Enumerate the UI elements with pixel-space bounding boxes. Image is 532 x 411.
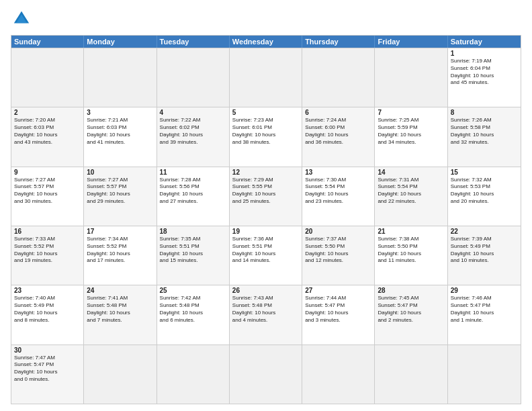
calendar-cell: 25Sunrise: 7:42 AM Sunset: 5:48 PM Dayli… xyxy=(157,285,230,344)
day-number: 7 xyxy=(378,109,444,116)
sun-info: Sunrise: 7:37 AM Sunset: 5:50 PM Dayligh… xyxy=(305,236,371,265)
sun-info: Sunrise: 7:25 AM Sunset: 5:59 PM Dayligh… xyxy=(378,117,444,146)
day-number: 22 xyxy=(451,228,518,235)
logo-icon xyxy=(11,8,32,30)
calendar-cell xyxy=(448,345,521,404)
sun-info: Sunrise: 7:45 AM Sunset: 5:47 PM Dayligh… xyxy=(378,295,444,324)
calendar-cell xyxy=(375,48,447,107)
day-number: 23 xyxy=(14,287,81,294)
calendar-cell: 12Sunrise: 7:29 AM Sunset: 5:55 PM Dayli… xyxy=(230,167,302,226)
day-number: 4 xyxy=(160,109,226,116)
day-number: 16 xyxy=(14,228,81,235)
weekday-header-sunday: Sunday xyxy=(11,36,84,48)
calendar-cell: 8Sunrise: 7:26 AM Sunset: 5:58 PM Daylig… xyxy=(448,107,521,166)
calendar-cell: 27Sunrise: 7:44 AM Sunset: 5:47 PM Dayli… xyxy=(302,285,375,344)
calendar-cell xyxy=(230,345,302,404)
day-number: 6 xyxy=(305,109,371,116)
calendar-cell: 3Sunrise: 7:21 AM Sunset: 6:03 PM Daylig… xyxy=(84,107,157,166)
calendar-cell: 18Sunrise: 7:35 AM Sunset: 5:51 PM Dayli… xyxy=(157,226,230,285)
calendar-cell: 13Sunrise: 7:30 AM Sunset: 5:54 PM Dayli… xyxy=(302,167,375,226)
calendar-cell: 5Sunrise: 7:23 AM Sunset: 6:01 PM Daylig… xyxy=(230,107,302,166)
calendar-cell xyxy=(157,345,230,404)
calendar-cell xyxy=(375,345,447,404)
day-number: 2 xyxy=(14,109,81,116)
sun-info: Sunrise: 7:27 AM Sunset: 5:57 PM Dayligh… xyxy=(14,177,81,205)
sun-info: Sunrise: 7:20 AM Sunset: 6:03 PM Dayligh… xyxy=(14,117,81,146)
calendar-cell: 30Sunrise: 7:47 AM Sunset: 5:47 PM Dayli… xyxy=(11,345,84,404)
day-number: 9 xyxy=(14,169,81,176)
day-number: 29 xyxy=(451,287,518,294)
calendar-cell: 9Sunrise: 7:27 AM Sunset: 5:57 PM Daylig… xyxy=(11,167,84,226)
sun-info: Sunrise: 7:28 AM Sunset: 5:56 PM Dayligh… xyxy=(160,177,226,205)
calendar-cell xyxy=(11,48,84,107)
sun-info: Sunrise: 7:38 AM Sunset: 5:50 PM Dayligh… xyxy=(378,236,444,265)
sun-info: Sunrise: 7:40 AM Sunset: 5:49 PM Dayligh… xyxy=(14,295,81,324)
sun-info: Sunrise: 7:26 AM Sunset: 5:58 PM Dayligh… xyxy=(451,117,518,146)
weekday-header-monday: Monday xyxy=(84,36,157,48)
day-number: 26 xyxy=(232,287,299,294)
calendar-cell xyxy=(230,48,302,107)
calendar-cell: 7Sunrise: 7:25 AM Sunset: 5:59 PM Daylig… xyxy=(375,107,447,166)
sun-info: Sunrise: 7:29 AM Sunset: 5:55 PM Dayligh… xyxy=(232,177,299,205)
day-number: 17 xyxy=(87,228,153,235)
calendar-cell: 17Sunrise: 7:34 AM Sunset: 5:52 PM Dayli… xyxy=(84,226,157,285)
calendar-body: 1Sunrise: 7:19 AM Sunset: 6:04 PM Daylig… xyxy=(11,48,521,404)
sun-info: Sunrise: 7:47 AM Sunset: 5:47 PM Dayligh… xyxy=(14,355,81,383)
weekday-header-wednesday: Wednesday xyxy=(230,36,302,48)
day-number: 11 xyxy=(160,169,226,176)
calendar-cell: 20Sunrise: 7:37 AM Sunset: 5:50 PM Dayli… xyxy=(302,226,375,285)
calendar-cell: 1Sunrise: 7:19 AM Sunset: 6:04 PM Daylig… xyxy=(448,48,521,107)
day-number: 13 xyxy=(305,169,371,176)
weekday-header-friday: Friday xyxy=(375,36,447,48)
calendar-row-5: 30Sunrise: 7:47 AM Sunset: 5:47 PM Dayli… xyxy=(11,345,521,404)
calendar-cell: 10Sunrise: 7:27 AM Sunset: 5:57 PM Dayli… xyxy=(84,167,157,226)
calendar-cell xyxy=(157,48,230,107)
day-number: 12 xyxy=(232,169,299,176)
day-number: 14 xyxy=(378,169,444,176)
calendar-cell: 14Sunrise: 7:31 AM Sunset: 5:54 PM Dayli… xyxy=(375,167,447,226)
calendar-cell: 15Sunrise: 7:32 AM Sunset: 5:53 PM Dayli… xyxy=(448,167,521,226)
sun-info: Sunrise: 7:39 AM Sunset: 5:49 PM Dayligh… xyxy=(451,236,518,265)
sun-info: Sunrise: 7:35 AM Sunset: 5:51 PM Dayligh… xyxy=(160,236,226,265)
calendar-header: SundayMondayTuesdayWednesdayThursdayFrid… xyxy=(11,36,521,48)
logo xyxy=(11,8,35,30)
sun-info: Sunrise: 7:27 AM Sunset: 5:57 PM Dayligh… xyxy=(87,177,153,205)
day-number: 21 xyxy=(378,228,444,235)
calendar-row-4: 23Sunrise: 7:40 AM Sunset: 5:49 PM Dayli… xyxy=(11,285,521,344)
calendar-cell: 6Sunrise: 7:24 AM Sunset: 6:00 PM Daylig… xyxy=(302,107,375,166)
sun-info: Sunrise: 7:42 AM Sunset: 5:48 PM Dayligh… xyxy=(160,295,226,324)
calendar-cell: 11Sunrise: 7:28 AM Sunset: 5:56 PM Dayli… xyxy=(157,167,230,226)
sun-info: Sunrise: 7:24 AM Sunset: 6:00 PM Dayligh… xyxy=(305,117,371,146)
calendar-cell xyxy=(302,345,375,404)
calendar-cell xyxy=(84,48,157,107)
calendar-cell: 26Sunrise: 7:43 AM Sunset: 5:48 PM Dayli… xyxy=(230,285,302,344)
weekday-header-thursday: Thursday xyxy=(302,36,375,48)
calendar-cell: 28Sunrise: 7:45 AM Sunset: 5:47 PM Dayli… xyxy=(375,285,447,344)
sun-info: Sunrise: 7:21 AM Sunset: 6:03 PM Dayligh… xyxy=(87,117,153,146)
day-number: 24 xyxy=(87,287,153,294)
calendar-row-2: 9Sunrise: 7:27 AM Sunset: 5:57 PM Daylig… xyxy=(11,167,521,226)
calendar: SundayMondayTuesdayWednesdayThursdayFrid… xyxy=(11,35,521,404)
day-number: 18 xyxy=(160,228,226,235)
day-number: 3 xyxy=(87,109,153,116)
sun-info: Sunrise: 7:33 AM Sunset: 5:52 PM Dayligh… xyxy=(14,236,81,265)
header xyxy=(11,8,521,30)
day-number: 28 xyxy=(378,287,444,294)
calendar-cell: 2Sunrise: 7:20 AM Sunset: 6:03 PM Daylig… xyxy=(11,107,84,166)
day-number: 19 xyxy=(232,228,299,235)
calendar-cell: 19Sunrise: 7:36 AM Sunset: 5:51 PM Dayli… xyxy=(230,226,302,285)
calendar-cell: 4Sunrise: 7:22 AM Sunset: 6:02 PM Daylig… xyxy=(157,107,230,166)
sun-info: Sunrise: 7:41 AM Sunset: 5:48 PM Dayligh… xyxy=(87,295,153,324)
sun-info: Sunrise: 7:22 AM Sunset: 6:02 PM Dayligh… xyxy=(160,117,226,146)
day-number: 8 xyxy=(451,109,518,116)
calendar-cell: 22Sunrise: 7:39 AM Sunset: 5:49 PM Dayli… xyxy=(448,226,521,285)
sun-info: Sunrise: 7:30 AM Sunset: 5:54 PM Dayligh… xyxy=(305,177,371,205)
calendar-cell: 24Sunrise: 7:41 AM Sunset: 5:48 PM Dayli… xyxy=(84,285,157,344)
calendar-row-3: 16Sunrise: 7:33 AM Sunset: 5:52 PM Dayli… xyxy=(11,226,521,285)
page: SundayMondayTuesdayWednesdayThursdayFrid… xyxy=(0,0,532,411)
sun-info: Sunrise: 7:34 AM Sunset: 5:52 PM Dayligh… xyxy=(87,236,153,265)
calendar-cell xyxy=(84,345,157,404)
calendar-cell xyxy=(302,48,375,107)
day-number: 30 xyxy=(14,347,81,354)
day-number: 1 xyxy=(451,50,518,57)
